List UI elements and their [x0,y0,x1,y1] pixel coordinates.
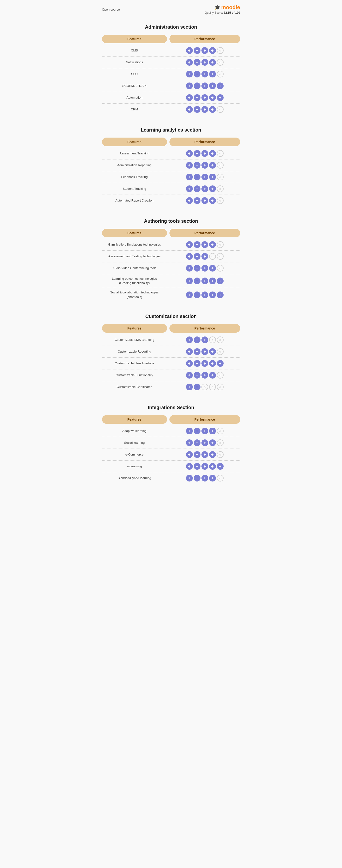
filled-dot-icon: + [201,197,208,204]
table-row: Customizable User Interface+++++ [102,358,240,369]
features-header: Features [102,35,167,43]
logo-hat-icon: 🎓 [215,5,221,10]
filled-dot-icon: + [217,278,224,284]
filled-dot-icon: + [186,71,193,78]
empty-dot-icon: ○ [217,383,224,390]
empty-dot-icon: ○ [217,47,224,54]
table-row: Audio/Video Conferencing tools++++○ [102,262,240,274]
table-header-row: FeaturesPerformance [102,35,240,43]
table-row: Assessment and Testing technologies+++○○ [102,251,240,262]
filled-dot-icon: + [186,174,193,180]
filled-dot-icon: + [194,348,200,355]
filled-dot-icon: + [186,241,193,248]
filled-dot-icon: + [209,71,216,78]
quality-score: Quality Score: 82.15 of 100 [205,11,240,14]
performance-dots: ++++○ [169,451,240,458]
filled-dot-icon: + [209,475,216,482]
table-row: Adaptive learning++++○ [102,425,240,437]
performance-dots: +++○○ [169,337,240,343]
open-source-label: Open source [102,8,120,11]
filled-dot-icon: + [201,278,208,284]
filled-dot-icon: + [186,162,193,168]
table-header-row: FeaturesPerformance [102,415,240,424]
filled-dot-icon: + [194,185,200,192]
performance-pill: Performance [169,415,240,424]
section-title-integrations: Integrations Section [102,405,240,410]
performance-header: Performance [169,415,240,424]
empty-dot-icon: ○ [217,253,224,260]
filled-dot-icon: + [194,106,200,113]
table-row: Social learning++++○ [102,437,240,449]
empty-dot-icon: ○ [209,337,216,343]
feature-name: Assessment and Testing technologies [102,254,167,258]
filled-dot-icon: + [194,451,200,458]
filled-dot-icon: + [194,197,200,204]
filled-dot-icon: + [201,372,208,378]
empty-dot-icon: ○ [217,372,224,378]
table-customization: FeaturesPerformanceCustomizable LMS Bran… [102,324,240,393]
filled-dot-icon: + [194,463,200,470]
performance-dots: ++++○ [169,185,240,192]
performance-dots: ++○○○ [169,383,240,390]
table-row: CMS++++○ [102,45,240,57]
header-divider [102,17,240,17]
filled-dot-icon: + [209,185,216,192]
table-row: Feedback Tracking++++○ [102,171,240,183]
page-header: Open source 🎓 moodle Quality Score: 82.1… [95,0,248,17]
performance-pill: Performance [169,324,240,333]
table-learning-analytics: FeaturesPerformanceAssessment Tracking++… [102,137,240,206]
features-pill: Features [102,229,167,237]
performance-dots: ++++○ [169,241,240,248]
filled-dot-icon: + [201,94,208,101]
empty-dot-icon: ○ [201,383,208,390]
filled-dot-icon: + [194,383,200,390]
filled-dot-icon: + [201,439,208,446]
table-row: mLearning+++++ [102,461,240,472]
performance-pill: Performance [169,35,240,43]
features-pill: Features [102,415,167,424]
table-row: Notifications++++○ [102,57,240,68]
filled-dot-icon: + [209,94,216,101]
features-header: Features [102,229,167,237]
empty-dot-icon: ○ [217,174,224,180]
filled-dot-icon: + [194,265,200,272]
filled-dot-icon: + [209,162,216,168]
performance-dots: ++++○ [169,71,240,78]
feature-name: Audio/Video Conferencing tools [102,266,167,270]
section-customization: Customization sectionFeaturesPerformance… [95,309,248,400]
filled-dot-icon: + [209,278,216,284]
filled-dot-icon: + [186,265,193,272]
filled-dot-icon: + [201,162,208,168]
filled-dot-icon: + [209,265,216,272]
empty-dot-icon: ○ [217,241,224,248]
filled-dot-icon: + [201,83,208,89]
empty-dot-icon: ○ [217,451,224,458]
header-right: 🎓 moodle Quality Score: 82.15 of 100 [205,4,240,14]
empty-dot-icon: ○ [209,253,216,260]
performance-pill: Performance [169,137,240,146]
section-title-administration: Administration section [102,24,240,30]
filled-dot-icon: + [186,372,193,378]
filled-dot-icon: + [217,463,224,470]
filled-dot-icon: + [209,47,216,54]
filled-dot-icon: + [186,253,193,260]
filled-dot-icon: + [209,174,216,180]
filled-dot-icon: + [201,360,208,367]
filled-dot-icon: + [194,291,200,298]
feature-name: Customizable Reporting [102,349,167,354]
filled-dot-icon: + [201,59,208,66]
filled-dot-icon: + [194,83,200,89]
features-header: Features [102,137,167,146]
filled-dot-icon: + [186,197,193,204]
empty-dot-icon: ○ [217,197,224,204]
performance-dots: ++++○ [169,106,240,113]
filled-dot-icon: + [201,106,208,113]
empty-dot-icon: ○ [217,150,224,157]
performance-dots: ++++○ [169,197,240,204]
performance-dots: +++++ [169,291,240,298]
performance-dots: +++++ [169,360,240,367]
filled-dot-icon: + [194,475,200,482]
quality-value: 82.15 of 100 [224,11,240,14]
table-row: Assessment Tracking++++○ [102,148,240,159]
filled-dot-icon: + [186,47,193,54]
